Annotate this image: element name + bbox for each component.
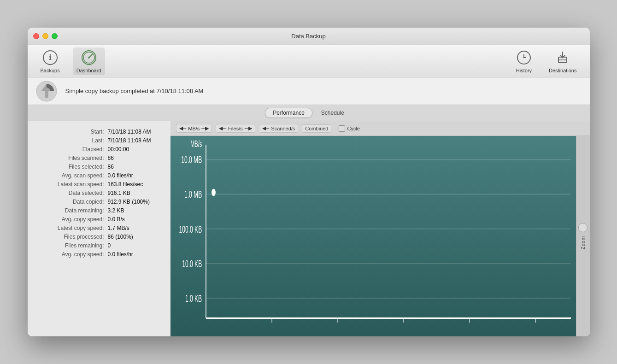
destinations-icon xyxy=(554,49,571,66)
stat-row: Data copied:912.9 KB (100%) xyxy=(35,199,163,205)
left-arrow-icon: ◀─ xyxy=(179,125,187,131)
tab-performance[interactable]: Performance xyxy=(265,108,312,118)
minimize-button[interactable] xyxy=(42,33,48,39)
svg-point-32 xyxy=(212,189,216,196)
stat-row: Latest copy speed:1.7 MB/s xyxy=(35,225,163,231)
stat-value: 0.0 files/hr xyxy=(108,251,163,258)
stat-value: 916.1 KB xyxy=(108,190,163,196)
files-s-button[interactable]: ◀─ Files/s ─▶ xyxy=(216,124,255,133)
cycle-container: Cycle xyxy=(339,125,360,132)
backups-icon: ℹ xyxy=(42,49,59,66)
right-arrow2-icon: ─▶ xyxy=(245,125,252,131)
stat-row: Last:7/10/18 11:08 AM xyxy=(35,137,163,144)
stat-row: Avg. copy speed:0.0 B/s xyxy=(35,216,163,223)
backups-label: Backups xyxy=(41,68,60,73)
notification-message: Simple copy backup completed at 7/10/18 … xyxy=(65,88,582,94)
cycle-checkbox[interactable] xyxy=(339,125,345,132)
files-s-label: Files/s xyxy=(228,126,243,131)
stat-row: Elapsed:00:00:00 xyxy=(35,146,163,153)
stat-label: Files processed: xyxy=(44,234,104,240)
stat-value: 00:00:00 xyxy=(108,146,163,153)
svg-rect-13 xyxy=(170,136,576,336)
svg-text:10.0 MB: 10.0 MB xyxy=(181,154,202,166)
dashboard-button[interactable]: Dashboard xyxy=(73,47,105,75)
svg-text:1.0 MB: 1.0 MB xyxy=(184,189,201,200)
stat-value: 0 xyxy=(108,242,163,249)
content-row: Start:7/10/18 11:08 AMLast:7/10/18 11:08… xyxy=(28,121,590,336)
tab-bar: Performance Schedule xyxy=(28,105,590,121)
dashboard-label: Dashboard xyxy=(76,68,101,73)
stat-row: Avg. copy speed:0.0 files/hr xyxy=(35,251,163,258)
stat-row: Files scanned:86 xyxy=(35,155,163,161)
scanned-s-button[interactable]: ◀─ Scanned/s xyxy=(259,124,299,133)
history-label: History xyxy=(516,68,532,73)
mb-s-label: MB/s xyxy=(188,126,200,131)
cycle-label: Cycle xyxy=(347,126,360,131)
history-icon xyxy=(516,49,532,66)
tab-schedule[interactable]: Schedule xyxy=(313,108,352,118)
svg-point-9 xyxy=(523,57,524,58)
stats-panel: Start:7/10/18 11:08 AMLast:7/10/18 11:08… xyxy=(28,121,170,336)
history-button[interactable]: History xyxy=(512,47,536,75)
chart-svg: 10.0 MB 1.0 MB 100.0 KB 10.0 KB 1.0 KB M… xyxy=(170,136,576,336)
stat-value: 86 (100%) xyxy=(108,234,163,240)
stat-row: Avg. scan speed:0.0 files/hr xyxy=(35,172,163,179)
stat-value: 163.8 files/sec xyxy=(108,181,163,188)
stat-row: Start:7/10/18 11:08 AM xyxy=(35,129,163,135)
svg-text:1.0 KB: 1.0 KB xyxy=(185,293,201,304)
chart-controls: ◀─ MB/s ─▶ ◀─ Files/s ─▶ ◀─ Scanned/s xyxy=(170,121,590,136)
stat-value: 86 xyxy=(108,164,163,170)
svg-text:100.0 KB: 100.0 KB xyxy=(179,223,202,235)
svg-text:ℹ: ℹ xyxy=(49,53,52,61)
stat-value: 7/10/18 11:08 AM xyxy=(108,137,163,144)
main-content: Performance Schedule Start:7/10/18 11:08… xyxy=(28,105,590,336)
svg-text:MB/s: MB/s xyxy=(190,139,202,148)
dashboard-icon xyxy=(81,49,97,66)
app-logo xyxy=(35,80,58,103)
stat-label: Latest copy speed: xyxy=(44,225,104,231)
close-button[interactable] xyxy=(33,33,39,39)
stat-row: Files selected:86 xyxy=(35,164,163,170)
stat-row: Files processed:86 (100%) xyxy=(35,234,163,240)
zoom-circle[interactable] xyxy=(578,223,588,232)
combined-button[interactable]: Combined xyxy=(302,124,331,133)
traffic-lights xyxy=(33,33,58,39)
notification-bar: Simple copy backup completed at 7/10/18 … xyxy=(28,77,590,105)
stat-row: Latest scan speed:163.8 files/sec xyxy=(35,181,163,188)
right-arrow-icon: ─▶ xyxy=(201,125,209,131)
svg-text:10.0 KB: 10.0 KB xyxy=(182,258,202,270)
stat-label: Data copied: xyxy=(44,199,104,205)
stat-label: Avg. copy speed: xyxy=(44,216,104,223)
stat-label: Last: xyxy=(44,137,104,144)
maximize-button[interactable] xyxy=(52,33,58,39)
stat-row: Files remaining:0 xyxy=(35,242,163,249)
left-arrow2-icon: ◀─ xyxy=(219,125,226,131)
stat-row: Data selected:916.1 KB xyxy=(35,190,163,196)
chart-zoom-side: Zoom xyxy=(576,136,590,336)
chart-svg-area: 10.0 MB 1.0 MB 100.0 KB 10.0 KB 1.0 KB M… xyxy=(170,136,576,336)
stat-label: Start: xyxy=(44,129,104,135)
stat-label: Files selected: xyxy=(44,164,104,170)
stat-value: 3.2 KB xyxy=(108,207,163,214)
chart-area-wrapper: 10.0 MB 1.0 MB 100.0 KB 10.0 KB 1.0 KB M… xyxy=(170,136,590,336)
stat-value: 0.0 files/hr xyxy=(108,172,163,179)
window-title: Data Backup xyxy=(291,33,325,40)
stat-label: Avg. copy speed: xyxy=(44,251,104,258)
stat-label: Data remaining: xyxy=(44,207,104,214)
svg-point-5 xyxy=(88,57,90,59)
stat-label: Files scanned: xyxy=(44,155,104,161)
destinations-button[interactable]: Destinations xyxy=(545,47,581,75)
title-bar: Data Backup xyxy=(28,28,590,45)
stat-value: 7/10/18 11:08 AM xyxy=(108,129,163,135)
mb-s-button[interactable]: ◀─ MB/s ─▶ xyxy=(176,124,212,133)
backups-button[interactable]: ℹ Backups xyxy=(37,47,64,75)
stat-label: Avg. scan speed: xyxy=(44,172,104,179)
stat-row: Data remaining:3.2 KB xyxy=(35,207,163,214)
toolbar: ℹ Backups Dashboard xyxy=(28,45,590,77)
combined-label: Combined xyxy=(305,126,328,131)
scanned-s-label: Scanned/s xyxy=(271,126,295,131)
destinations-label: Destinations xyxy=(549,68,577,73)
stat-value: 1.7 MB/s xyxy=(108,225,163,231)
zoom-label: Zoom xyxy=(581,236,586,250)
left-arrow3-icon: ◀─ xyxy=(262,125,270,131)
